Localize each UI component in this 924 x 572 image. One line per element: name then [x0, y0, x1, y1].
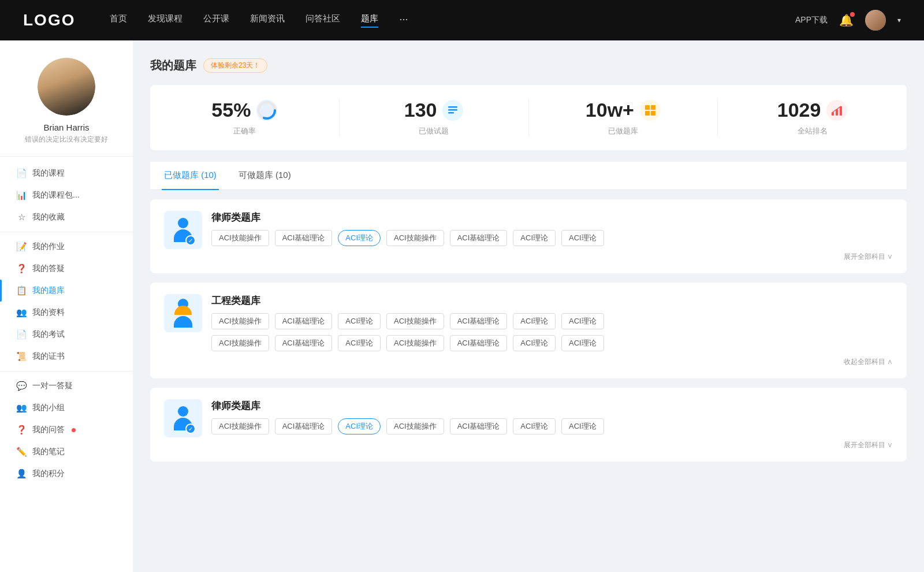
bank-title-lawyer-2: 律师类题库 [211, 399, 893, 413]
sidebar-item-label: 我的证书 [32, 351, 65, 362]
stat-label-done-b: 已做题库 [608, 126, 638, 136]
tag-l2-6[interactable]: ACI理论 [513, 418, 556, 434]
tag-l2-1[interactable]: ACI技能操作 [211, 418, 269, 434]
tag-e2-6[interactable]: ACI理论 [513, 335, 556, 351]
stat-value-rank: 1029 [777, 99, 821, 121]
avatar-face-image [38, 58, 95, 116]
svg-rect-11 [840, 106, 842, 116]
stat-top-accuracy: 55% [211, 99, 277, 121]
group-icon: 👥 [16, 403, 27, 413]
sidebar-item-my-answers[interactable]: ❓ 我的问答 [0, 419, 133, 441]
sidebar-item-my-course[interactable]: 📄 我的课程 [0, 162, 133, 184]
nav-links: 首页 发现课程 公开课 新闻资讯 问答社区 题库 ··· [110, 13, 795, 28]
tag-l1-2[interactable]: ACI基础理论 [275, 230, 333, 246]
tab-done-banks[interactable]: 已做题库 (10) [162, 162, 219, 190]
sidebar-item-my-notes[interactable]: ✏️ 我的笔记 [0, 441, 133, 463]
sidebar-item-my-collect[interactable]: ☆ 我的收藏 [0, 206, 133, 228]
sidebar-item-label: 我的收藏 [32, 212, 65, 222]
tag-l2-5[interactable]: ACI基础理论 [450, 418, 508, 434]
bank-icon-lawyer-2: ✓ [164, 399, 202, 437]
list-icon [442, 100, 463, 121]
tag-l2-2[interactable]: ACI基础理论 [275, 418, 333, 434]
stat-label-accuracy: 正确率 [233, 126, 256, 136]
profile-name: Brian Harris [12, 122, 121, 132]
notification-bell-icon[interactable]: 🔔 [839, 13, 854, 27]
tag-e1-1[interactable]: ACI技能操作 [211, 313, 269, 329]
sidebar-item-my-course-pkg[interactable]: 📊 我的课程包... [0, 184, 133, 206]
chevron-down-icon[interactable]: ▾ [897, 16, 901, 24]
nav-qa[interactable]: 问答社区 [305, 13, 340, 28]
tag-l1-1[interactable]: ACI技能操作 [211, 230, 269, 246]
nav-more[interactable]: ··· [399, 13, 408, 28]
sidebar-item-my-points[interactable]: 👤 我的积分 [0, 463, 133, 485]
tags-row-lawyer-1: ACI技能操作 ACI基础理论 ACI理论 ACI技能操作 ACI基础理论 AC… [211, 230, 893, 246]
tag-e1-2[interactable]: ACI基础理论 [275, 313, 333, 329]
grid-icon [640, 100, 661, 121]
sidebar-item-my-cert[interactable]: 📜 我的证书 [0, 346, 133, 367]
bank-icon-lawyer-1: ✓ [164, 211, 202, 249]
tag-e2-2[interactable]: ACI基础理论 [275, 335, 333, 351]
nav-discover[interactable]: 发现课程 [148, 13, 182, 28]
notes-icon: ✏️ [16, 447, 27, 457]
tab-available-banks[interactable]: 可做题库 (10) [236, 162, 293, 190]
tag-e1-3[interactable]: ACI理论 [338, 313, 381, 329]
tag-e1-7[interactable]: ACI理论 [561, 313, 604, 329]
tag-e2-7[interactable]: ACI理论 [561, 335, 604, 351]
sidebar-item-my-bank[interactable]: 📋 我的题库 [0, 280, 133, 302]
svg-rect-6 [651, 105, 655, 110]
tag-l1-7[interactable]: ACI理论 [561, 230, 604, 246]
tag-l1-4[interactable]: ACI技能操作 [386, 230, 444, 246]
sidebar: Brian Harris 错误的决定比没有决定要好 📄 我的课程 📊 我的课程包… [0, 40, 133, 572]
nav-news[interactable]: 新闻资讯 [250, 13, 285, 28]
sidebar-menu: 📄 我的课程 📊 我的课程包... ☆ 我的收藏 📝 我的作业 ❓ 我的答疑 � [0, 157, 133, 491]
tag-e2-3[interactable]: ACI理论 [338, 335, 381, 351]
exam-icon: 📄 [16, 329, 27, 340]
sidebar-item-one-on-one[interactable]: 💬 一对一答疑 [0, 375, 133, 397]
expand-lawyer-1[interactable]: 展开全部科目 ∨ [211, 252, 893, 262]
sidebar-item-label: 我的答疑 [32, 263, 65, 274]
lawyer2-head-icon [178, 406, 188, 417]
nav-open-course[interactable]: 公开课 [203, 13, 229, 28]
tag-l1-5[interactable]: ACI基础理论 [450, 230, 508, 246]
svg-rect-8 [651, 111, 655, 116]
sidebar-item-my-homework[interactable]: 📝 我的作业 [0, 236, 133, 258]
page-title: 我的题库 [150, 58, 196, 73]
tag-l1-6[interactable]: ACI理论 [513, 230, 556, 246]
nav-home[interactable]: 首页 [110, 13, 127, 28]
sidebar-item-my-exam[interactable]: 📄 我的考试 [0, 324, 133, 346]
stat-done-questions: 130 已做试题 [340, 99, 529, 136]
tag-e1-6[interactable]: ACI理论 [513, 313, 556, 329]
tag-l2-7[interactable]: ACI理论 [561, 418, 604, 434]
tag-e2-4[interactable]: ACI技能操作 [386, 335, 444, 351]
lawyer-body-icon: ✓ [174, 229, 192, 242]
avatar[interactable] [865, 10, 886, 31]
app-download-link[interactable]: APP下载 [795, 15, 828, 25]
tag-l1-3-active[interactable]: ACI理论 [338, 230, 381, 246]
nav-bank[interactable]: 题库 [361, 13, 378, 28]
engineer-body-icon [174, 316, 192, 328]
tag-l2-4[interactable]: ACI技能操作 [386, 418, 444, 434]
bank-header-engineer: 工程类题库 ACI技能操作 ACI基础理论 ACI理论 ACI技能操作 ACI基… [164, 294, 893, 367]
sidebar-item-label: 我的小组 [32, 403, 65, 413]
sidebar-item-my-qa[interactable]: ❓ 我的答疑 [0, 258, 133, 280]
bank-content-lawyer-1: 律师类题库 ACI技能操作 ACI基础理论 ACI理论 ACI技能操作 ACI基… [211, 211, 893, 262]
qa-icon: ❓ [16, 263, 27, 274]
accuracy-chart-icon [256, 100, 277, 121]
notification-dot [850, 12, 855, 17]
sidebar-item-label: 一对一答疑 [32, 381, 73, 391]
expand-lawyer-2[interactable]: 展开全部科目 ∨ [211, 440, 893, 450]
collapse-engineer[interactable]: 收起全部科目 ∧ [211, 357, 893, 367]
tag-e2-5[interactable]: ACI基础理论 [450, 335, 508, 351]
sidebar-item-my-info[interactable]: 👥 我的资料 [0, 302, 133, 324]
sidebar-item-my-group[interactable]: 👥 我的小组 [0, 397, 133, 419]
tag-l2-3-active[interactable]: ACI理论 [338, 418, 381, 434]
sidebar-item-label: 我的积分 [32, 469, 65, 479]
profile-motto: 错误的决定比没有决定要好 [12, 135, 121, 144]
stat-top-done-q: 130 [404, 99, 464, 121]
avatar-image [865, 10, 886, 31]
tag-e1-5[interactable]: ACI基础理论 [450, 313, 508, 329]
bank-section-engineer: 工程类题库 ACI技能操作 ACI基础理论 ACI理论 ACI技能操作 ACI基… [150, 283, 907, 378]
tag-e2-1[interactable]: ACI技能操作 [211, 335, 269, 351]
bank-icon: 📋 [16, 285, 27, 296]
tag-e1-4[interactable]: ACI技能操作 [386, 313, 444, 329]
